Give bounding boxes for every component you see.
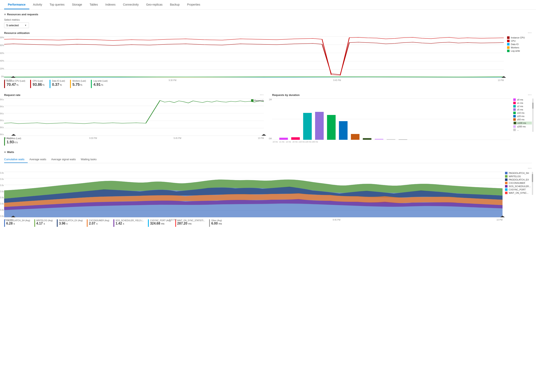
y-axis-duration: 1M 0M	[268, 98, 272, 140]
requests-by-duration-options-button[interactable]: ···	[528, 93, 532, 97]
resource-chart-area: 100% 80% 60% 40% 20% 0%	[4, 36, 504, 78]
legend-pageiolatch-sh: PAGEIOLATCH_SH	[505, 172, 532, 174]
legend-color-cpu	[507, 40, 509, 42]
resource-utilization-title-row: Resource utilization ···	[4, 31, 532, 35]
svg-rect-26	[363, 138, 371, 140]
legend-ge100ms: ≥100 ms	[513, 121, 532, 125]
two-col-charts: Request rate ··· 2.50K/s 2.00K/s 1.50K/s…	[4, 93, 532, 145]
tab-tables[interactable]: Tables	[86, 0, 102, 9]
waits-tab-cumulative[interactable]: Cumulative waits	[4, 156, 28, 163]
waits-chart-container: 35.0s 30.0s 25.0s 20.0s 15.0s 10.0s 5.0s…	[4, 172, 532, 217]
svg-rect-21	[303, 113, 312, 140]
waits-chart-title-row: ···	[4, 166, 532, 170]
legend-cxconsumer: CXCONSUMER	[505, 182, 532, 184]
legend-instance-cpu: Instance CPU	[507, 36, 532, 39]
request-rate-options-button[interactable]: ···	[260, 93, 264, 97]
legend-wait-on-sync: WAIT_ON_SYNC...	[505, 192, 532, 194]
request-rate-legend: Requests	[251, 99, 264, 102]
legend-ge200ms: ≥200 ms	[513, 125, 532, 128]
waits-tab-average[interactable]: Average waits	[29, 156, 49, 163]
tab-performance[interactable]: Performance	[4, 0, 29, 9]
main-tabs: Performance Activity Top queries Storage…	[0, 0, 536, 9]
resource-utilization-chart: 100% 80% 60% 40% 20% 0%	[4, 36, 532, 78]
svg-rect-28	[387, 139, 395, 140]
requests-by-duration-chart: 1M 0M	[272, 98, 532, 140]
waits-chart-options-button[interactable]: ···	[528, 166, 532, 170]
svg-rect-27	[375, 139, 384, 140]
select-metrics-dropdown[interactable]: 5 selected ▼	[4, 23, 29, 28]
legend-color-instance-cpu	[507, 36, 509, 39]
svg-rect-25	[351, 134, 360, 140]
tab-top-queries[interactable]: Top queries	[46, 0, 68, 9]
legend-ge1ms: ≥1 ms	[513, 102, 532, 104]
select-metrics-label: Select metrics	[4, 19, 532, 21]
svg-rect-22	[315, 112, 324, 140]
page-content: ∧ Resources and requests Select metrics …	[0, 9, 536, 230]
svg-rect-24	[339, 121, 347, 140]
waits-chart-area: 35.0s 30.0s 25.0s 20.0s 15.0s 10.0s 5.0s…	[4, 172, 503, 217]
legend-more: ...	[513, 129, 532, 131]
tab-properties[interactable]: Properties	[183, 0, 204, 9]
x-axis-resource: 9:15 PM 9:30 PM 9:45 PM 10 PM	[4, 79, 504, 81]
waits-tab-tasks[interactable]: Waiting tasks	[81, 156, 100, 163]
waits-legend-scrollbar-thumb	[532, 174, 533, 182]
x-axis-waits: 9:15 PM 9:30 PM 9:45 PM 10 PM	[4, 219, 503, 221]
waits-chevron-icon: ∧	[4, 151, 6, 154]
svg-rect-23	[327, 115, 336, 140]
resource-utilization-section: Resource utilization ··· 100% 80% 60% 40…	[4, 31, 532, 88]
legend-scrollbar-thumb	[532, 103, 534, 109]
request-rate-section: Request rate ··· 2.50K/s 2.00K/s 1.50K/s…	[4, 93, 264, 145]
select-metrics-container: Select metrics 5 selected ▼	[4, 19, 532, 28]
legend-color-log-write	[507, 50, 509, 52]
waits-title: Waits	[7, 150, 14, 154]
legend-ge20ms: ≥20 ms	[513, 115, 532, 117]
legend-sos-scheduler: SOS_SCHEDULER...	[505, 185, 532, 187]
legend-scrollbar-track	[532, 98, 534, 132]
waits-legend-scrollbar-track	[532, 172, 533, 195]
legend-color-workers	[507, 46, 509, 49]
legend-ge50ms: ≥50 ms	[513, 118, 532, 121]
svg-rect-19	[279, 138, 288, 140]
requests-by-duration-title: Requests by duration	[272, 93, 300, 97]
tab-geo-replicas[interactable]: Geo-replicas	[142, 0, 166, 9]
waits-section: ∧ Waits Cumulative waits Average waits A…	[4, 150, 532, 227]
svg-marker-15	[262, 134, 266, 136]
waits-tabs: Cumulative waits Average waits Average s…	[4, 156, 532, 163]
legend-ge0ms: ≥0 ms	[513, 98, 532, 101]
tab-backup[interactable]: Backup	[166, 0, 184, 9]
legend-ge5ms: ≥5 ms	[513, 108, 532, 111]
legend-workers: Workers	[507, 46, 532, 49]
waits-legend: PAGEIOLATCH_SH WRITELOG PAGEIOLATCH_EX C…	[505, 172, 532, 195]
tab-activity[interactable]: Activity	[29, 0, 46, 9]
select-metrics-value: 5 selected	[6, 24, 18, 27]
resource-utilization-legend: Instance CPU CPU Data IO Workers Log wri…	[507, 36, 532, 53]
x-axis-duration: ≥0 ms ≥1 ms ≥2 ms ≥5 ms ≥10 ms ≥20 ms ≥5…	[272, 141, 511, 143]
request-rate-title: Request rate	[4, 93, 20, 97]
legend-cxsync-port: CXSYNC_PORT	[505, 188, 532, 191]
svg-rect-29	[399, 139, 407, 140]
requests-by-duration-chart-area: 1M 0M	[272, 98, 511, 140]
resource-utilization-svg	[4, 36, 504, 78]
resources-title: Resources and requests	[7, 13, 38, 16]
legend-log-write: Log write	[507, 50, 532, 52]
waits-tab-signal[interactable]: Average signal waits	[51, 156, 79, 163]
legend-pageiolatch-ex: PAGEIOLATCH_EX	[505, 178, 532, 181]
requests-by-duration-svg	[272, 98, 511, 140]
waits-chart-svg	[4, 172, 503, 217]
legend-writelog: WRITELOG	[505, 175, 532, 177]
resource-utilization-title: Resource utilization	[4, 31, 30, 35]
request-rate-title-row: Request rate ···	[4, 93, 264, 97]
tab-indexes[interactable]: Indexes	[102, 0, 119, 9]
resources-section-header: ∧ Resources and requests	[4, 13, 532, 16]
requests-by-duration-title-row: Requests by duration ···	[272, 93, 532, 97]
request-rate-chart-area: 2.50K/s 2.00K/s 1.50K/s 1.00K/s 0.50K/s …	[4, 98, 264, 136]
legend-color-data-io	[507, 43, 509, 46]
tab-connectivity[interactable]: Connectivity	[119, 0, 142, 9]
y-axis-resource: 100% 80% 60% 40% 20% 0%	[0, 36, 4, 78]
requests-by-duration-section: Requests by duration ··· 1M 0M	[272, 93, 532, 145]
chart-options-button[interactable]: ···	[528, 31, 532, 35]
svg-marker-14	[11, 134, 16, 136]
y-axis-request-rate: 2.50K/s 2.00K/s 1.50K/s 1.00K/s 0.50K/s …	[0, 98, 4, 136]
tab-storage[interactable]: Storage	[68, 0, 86, 9]
chevron-down-icon: ∧	[4, 13, 6, 16]
